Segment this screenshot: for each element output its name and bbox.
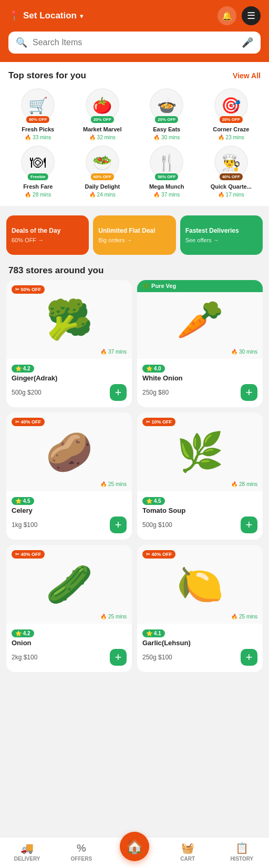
store-item[interactable]: 🍅20% OFFMarket Marvel🔥 32 mins [73, 88, 132, 140]
store-time: 🔥 37 mins [153, 192, 180, 198]
store-name: Fresh Fare [23, 183, 53, 190]
store-name: Mega Munch [149, 183, 184, 190]
product-emoji: 🍋 [177, 562, 224, 607]
product-card[interactable]: 🌿 Pure Veg🥕🔥 30 mins ⭐ 4.0 White Onion 2… [137, 280, 263, 407]
product-delivery-time: 🔥 28 mins [231, 481, 257, 487]
store-item[interactable]: 🍽FreebieFresh Fare🔥 28 mins [8, 146, 68, 198]
add-to-cart-button[interactable]: + [110, 649, 127, 666]
product-emoji: 🥦 [46, 297, 93, 342]
promo-sub: Big orders → [98, 237, 170, 243]
notification-bell-button[interactable]: 🔔 [218, 6, 236, 25]
store-name: Quick Quarte... [211, 183, 252, 190]
product-card[interactable]: ✂ 40% OFF🥒🔥 25 mins ⭐ 4.2 Onion 2kg $100… [6, 545, 132, 672]
store-time: 🔥 33 mins [25, 135, 51, 140]
store-time: 🔥 30 mins [153, 135, 180, 140]
store-item[interactable]: 🎯20% OFFCorner Craze🔥 23 mins [202, 88, 261, 140]
store-item[interactable]: 👨‍🍳40% OFFQuick Quarte...🔥 17 mins [202, 146, 261, 198]
store-time: 🔥 32 mins [89, 135, 116, 140]
rating-badge: ⭐ 4.5 [12, 497, 34, 505]
add-to-cart-button[interactable]: + [241, 649, 257, 666]
nav-delivery[interactable]: 🚚 DELIVERY [12, 842, 43, 862]
discount-badge: ✂ 50% OFF [12, 285, 45, 294]
stores-count-label: 783 stores around you [0, 260, 269, 280]
store-name: Market Marvel [83, 126, 121, 132]
product-image-wrap: ✂ 40% OFF🍋🔥 25 mins [137, 545, 263, 624]
offers-icon: % [77, 842, 86, 854]
promo-banners-row: Deals of the Day60% OFF →Unlimited Flat … [0, 210, 269, 260]
store-time: 🔥 24 mins [89, 192, 116, 198]
store-time: 🔥 23 mins [218, 135, 244, 140]
delivery-icon: 🚚 [20, 842, 34, 854]
view-all-link[interactable]: View All [233, 71, 261, 80]
discount-badge: ✂ 40% OFF [12, 550, 45, 559]
product-card[interactable]: ✂ 40% OFF🥔🔥 25 mins ⭐ 4.5 Celery 1kg $10… [6, 412, 132, 540]
product-rating-row: ⭐ 4.0 [142, 363, 257, 373]
nav-offers[interactable]: % OFFERS [66, 842, 97, 862]
promo-title: Unlimited Flat Deal [98, 227, 170, 235]
product-image-wrap: ✂ 50% OFF🥦🔥 37 mins [6, 280, 132, 359]
product-card[interactable]: ✂ 50% OFF🥦🔥 37 mins ⭐ 4.2 Ginger(Adrak) … [6, 280, 132, 407]
store-item[interactable]: 🍲20% OFFEasy Eats🔥 30 mins [137, 88, 196, 140]
promo-banner[interactable]: Fastest DeliveriesSee offers → [180, 215, 263, 255]
search-icon: 🔍 [16, 37, 27, 48]
nav-home-center[interactable]: 🏠 [120, 842, 149, 861]
product-delivery-time: 🔥 25 mins [231, 614, 257, 619]
mic-icon[interactable]: 🎤 [242, 37, 253, 48]
product-meta-row: 1kg $100 + [12, 516, 127, 533]
search-input[interactable] [33, 38, 236, 47]
location-selector[interactable]: 📍 Set Location ▾ [8, 10, 84, 22]
stores-header: Top stores for you View All [8, 70, 261, 81]
history-label: HISTORY [230, 856, 253, 862]
product-image-wrap: 🌿 Pure Veg🥕🔥 30 mins [137, 280, 263, 359]
product-rating-row: ⭐ 4.5 [142, 495, 257, 505]
header-action-icons: 🔔 ☰ [218, 6, 261, 25]
store-item[interactable]: 🍴50% OFFMega Munch🔥 37 mins [137, 146, 196, 198]
discount-badge: ✂ 40% OFF [12, 418, 45, 426]
promo-banner[interactable]: Unlimited Flat DealBig orders → [93, 215, 175, 255]
product-meta-row: 250g $80 + [142, 384, 257, 401]
header-top: 📍 Set Location ▾ 🔔 ☰ [8, 6, 261, 25]
add-to-cart-button[interactable]: + [110, 516, 127, 533]
delivery-label: DELIVERY [14, 856, 40, 862]
discount-badge: ✂ 40% OFF [142, 550, 175, 559]
store-name: Fresh Picks [22, 126, 54, 132]
store-item[interactable]: 🛒80% OFFFresh Picks🔥 33 mins [8, 88, 68, 140]
stores-title: Top stores for you [8, 70, 86, 81]
promo-banner[interactable]: Deals of the Day60% OFF → [6, 215, 89, 255]
chevron-down-icon: ▾ [80, 12, 84, 20]
product-image-wrap: ✂ 40% OFF🥔🔥 25 mins [6, 412, 132, 491]
rating-badge: ⭐ 4.5 [142, 497, 165, 505]
product-image-wrap: ✂ 40% OFF🥒🔥 25 mins [6, 545, 132, 624]
product-info: ⭐ 4.5 Tomato Soup 500g $100 + [137, 491, 263, 540]
add-to-cart-button[interactable]: + [241, 516, 257, 533]
product-emoji: 🥔 [46, 430, 93, 474]
top-stores-card: Top stores for you View All 🛒80% OFFFres… [0, 62, 269, 206]
product-emoji: 🥒 [46, 562, 93, 607]
stores-grid: 🛒80% OFFFresh Picks🔥 33 mins🍅20% OFFMark… [8, 88, 261, 198]
product-info: ⭐ 4.2 Onion 2kg $100 + [6, 624, 132, 672]
product-weight-price: 250g $100 [142, 654, 172, 661]
cart-icon: 🧺 [181, 842, 194, 854]
product-name: Tomato Soup [142, 507, 257, 514]
location-pin-icon: 📍 [8, 10, 20, 22]
product-meta-row: 500g $200 + [12, 384, 127, 401]
promo-sub: See offers → [185, 237, 257, 243]
home-icon: 🏠 [126, 839, 143, 855]
product-weight-price: 2kg $100 [12, 654, 37, 661]
store-item[interactable]: 🥗60% OFFDaily Delight🔥 24 mins [73, 146, 132, 198]
product-delivery-time: 🔥 25 mins [100, 614, 127, 619]
home-center-button[interactable]: 🏠 [120, 832, 149, 861]
discount-badge: ✂ 10% OFF [142, 418, 175, 426]
store-time: 🔥 17 mins [218, 192, 244, 198]
add-to-cart-button[interactable]: + [110, 384, 127, 401]
product-emoji: 🌿 [177, 430, 224, 474]
product-card[interactable]: ✂ 10% OFF🌿🔥 28 mins ⭐ 4.5 Tomato Soup 50… [137, 412, 263, 540]
promo-title: Fastest Deliveries [185, 227, 257, 235]
nav-history[interactable]: 📋 HISTORY [226, 842, 257, 862]
product-card[interactable]: ✂ 40% OFF🍋🔥 25 mins ⭐ 4.1 Garlic(Lehsun)… [137, 545, 263, 672]
hamburger-menu-button[interactable]: ☰ [242, 6, 261, 25]
nav-cart[interactable]: 🧺 CART [172, 842, 203, 862]
bottom-nav: 🚚 DELIVERY % OFFERS 🏠 🧺 CART 📋 HISTORY [0, 837, 269, 868]
add-to-cart-button[interactable]: + [241, 384, 257, 401]
product-rating-row: ⭐ 4.5 [12, 495, 127, 505]
